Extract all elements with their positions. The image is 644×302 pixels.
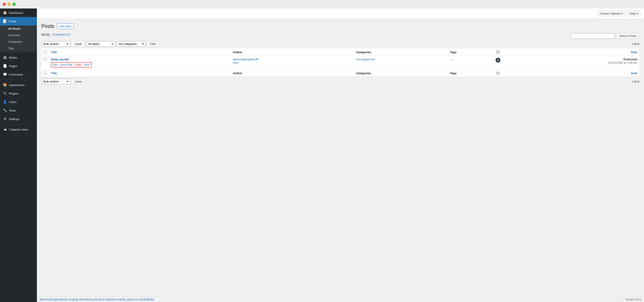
edit-action[interactable]: Edit (53, 63, 58, 66)
bottom-bulk-actions-select[interactable]: Bulk actions Edit Move to Trash (41, 79, 70, 84)
search-area: Search Posts (570, 33, 640, 39)
sidebar-item-pages[interactable]: 📄 Pages (0, 62, 37, 70)
minimize-button[interactable] (8, 3, 11, 6)
col-footer-author: Author (230, 70, 354, 77)
sidebar-separator-1 (0, 52, 37, 52)
row-actions: Edit | Quick Edit | Trash | View (51, 62, 228, 68)
screen-options-label: Screen Options (600, 12, 620, 15)
sidebar-item-collapse[interactable]: ◀ Collapse menu (0, 125, 37, 134)
author-link[interactable]: afterinstallingWordPress (233, 58, 259, 64)
sep-3: | (82, 63, 83, 66)
sidebar-item-tags[interactable]: Tags (0, 45, 37, 52)
row-checkbox[interactable] (44, 58, 46, 60)
table-header: Title Author Categories Tags 💬 Date (41, 48, 640, 56)
appearance-icon: 🎨 (3, 83, 7, 87)
posts-table: Title Author Categories Tags 💬 Date (41, 48, 640, 77)
bottom-toolbar-left: Bulk actions Edit Move to Trash Apply (41, 79, 85, 84)
quick-edit-action[interactable]: Quick Edit (60, 63, 72, 66)
search-input[interactable] (570, 33, 615, 39)
category-filter-select[interactable]: All Categories (117, 41, 146, 47)
sidebar-item-settings[interactable]: ⚙ Settings (0, 115, 37, 123)
sidebar-item-media[interactable]: 🖼 Media (0, 54, 37, 62)
filter-tab-all[interactable]: All (1) (41, 33, 50, 36)
status-bar-url: afterinstallingwordpress.local/wp-admin/… (40, 298, 154, 301)
bottom-apply-button[interactable]: Apply (72, 79, 85, 84)
item-count-bottom: 1 item (632, 80, 640, 83)
sidebar-item-comments-label: Comments (9, 73, 23, 76)
bulk-actions-select[interactable]: Bulk actions Edit Move to Trash (41, 41, 70, 47)
topbar: Screen Options ▾ Help ▾ (37, 8, 644, 19)
window-chrome (0, 0, 644, 8)
top-apply-button[interactable]: Apply (72, 41, 85, 47)
app-container: 🏠 Dashboard 📝 Posts All Posts Add New Ca… (0, 8, 644, 302)
sidebar-item-add-new[interactable]: Add New (0, 32, 37, 38)
filter-button[interactable]: Filter (147, 41, 160, 47)
date-filter-wrapper: All dates (86, 41, 116, 47)
date-sort-link[interactable]: Date (631, 50, 637, 54)
add-new-button[interactable]: Add New (57, 24, 74, 29)
view-action[interactable]: View (84, 63, 90, 66)
col-footer-checkbox (41, 70, 49, 77)
dashboard-icon: 🏠 (3, 11, 7, 15)
sidebar-item-all-posts[interactable]: All Posts (0, 26, 37, 32)
maximize-button[interactable] (12, 3, 16, 6)
content-area: Posts Add New All (1) | Published (1) Se… (37, 19, 644, 297)
comments-icon: 💬 (3, 72, 7, 76)
plugins-icon: 🔌 (3, 92, 7, 96)
search-posts-button[interactable]: Search Posts (616, 33, 640, 39)
sidebar-item-comments[interactable]: 💬 Comments (0, 70, 37, 79)
filter-tab-published[interactable]: Published (1) (53, 33, 70, 36)
settings-icon: ⚙ (3, 117, 7, 121)
col-header-comments: 💬 (492, 48, 504, 56)
date-status: Published (624, 58, 637, 61)
sidebar-item-posts[interactable]: 📝 Posts (0, 17, 37, 26)
footer-title-sort-link[interactable]: Title (51, 72, 57, 75)
users-icon: 👤 (3, 100, 7, 104)
all-posts-label: All Posts (8, 27, 20, 30)
category-filter-wrapper: All Categories (117, 41, 146, 47)
pages-icon: 📄 (3, 64, 7, 68)
row-comments-cell: 1 (492, 56, 504, 70)
help-button[interactable]: Help ▾ (627, 11, 640, 16)
page-header: Posts Add New (41, 23, 640, 29)
screen-options-button[interactable]: Screen Options ▾ (598, 11, 626, 16)
footer-date-sort-link[interactable]: Date (631, 72, 637, 75)
version-text: Version 5.9.1 (626, 298, 641, 301)
date-filter-select[interactable]: All dates (86, 41, 116, 47)
sidebar-item-settings-label: Settings (9, 117, 20, 121)
col-footer-date: Date (504, 70, 640, 77)
bulk-actions-wrapper: Bulk actions Edit Move to Trash (41, 41, 70, 47)
col-header-checkbox (41, 48, 49, 56)
help-label: Help (630, 12, 636, 15)
trash-action[interactable]: Trash (75, 63, 82, 66)
sidebar-item-users[interactable]: 👤 Users (0, 98, 37, 106)
sidebar-item-categories[interactable]: Categories (0, 38, 37, 45)
top-filter-row: All (1) | Published (1) Search Posts (41, 33, 640, 39)
footer-select-all-checkbox[interactable] (44, 71, 46, 74)
row-tags-cell: — (448, 56, 492, 70)
help-chevron-icon: ▾ (636, 12, 638, 15)
row-date-cell: Published 2022/03/06 at 1:39 am (504, 56, 640, 70)
col-header-author: Author (230, 48, 354, 56)
page-title: Posts (41, 23, 54, 29)
comment-count-badge: 1 (496, 58, 500, 62)
select-all-checkbox[interactable] (44, 50, 46, 53)
title-sort-link[interactable]: Title (51, 50, 57, 54)
sidebar-item-dashboard[interactable]: 🏠 Dashboard (0, 8, 37, 17)
col-footer-categories: Categories (354, 70, 448, 77)
sidebar-item-plugins[interactable]: 🔌 Plugins (0, 89, 37, 98)
sidebar-item-tools[interactable]: 🔧 Tools (0, 106, 37, 115)
sidebar-item-dashboard-label: Dashboard (9, 11, 23, 14)
table-row: Hello world! Edit | Quick Edit | Trash | (41, 56, 640, 70)
sidebar: 🏠 Dashboard 📝 Posts All Posts Add New Ca… (0, 8, 37, 302)
sidebar-item-appearance[interactable]: 🎨 Appearance (0, 81, 37, 89)
sep-2: | (73, 63, 74, 66)
category-link[interactable]: Uncategorized (356, 58, 375, 61)
close-button[interactable] (3, 3, 6, 6)
sep-1: | (58, 63, 59, 66)
status-bar: afterinstallingwordpress.local/wp-admin/… (37, 297, 644, 302)
tags-label: Tags (8, 46, 14, 50)
post-title-link[interactable]: Hello world! (51, 58, 69, 61)
footer-comments-icon: 💬 (496, 72, 500, 75)
tools-icon: 🔧 (3, 108, 7, 112)
